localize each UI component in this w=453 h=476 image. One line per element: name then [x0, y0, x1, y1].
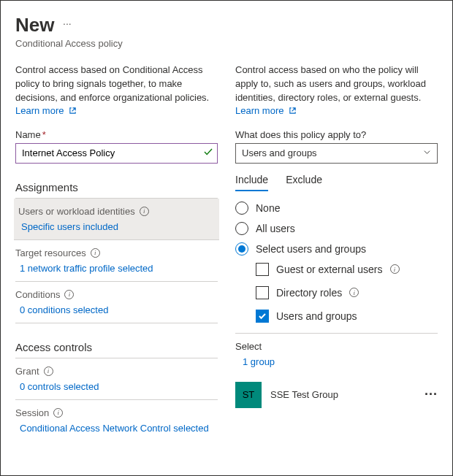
checkbox-roles-label: Directory roles: [276, 287, 342, 299]
info-icon[interactable]: i: [349, 288, 359, 297]
policy-name-input[interactable]: [15, 143, 218, 164]
assignment-target-label: Target resources: [15, 247, 86, 258]
assignment-conditions-link[interactable]: 0 conditions selected: [15, 304, 218, 315]
external-link-icon: [69, 107, 77, 115]
divider: [235, 333, 438, 334]
apply-to-value: Users and groups: [242, 147, 317, 158]
assignments-column: Control access based on Conditional Acce…: [15, 64, 218, 441]
select-groups-link[interactable]: 1 group: [235, 356, 438, 367]
assignment-conditions-item[interactable]: Conditions i 0 conditions selected: [15, 282, 218, 323]
grant-label: Grant: [15, 366, 39, 377]
selected-group-item[interactable]: ST SSE Test Group ···: [235, 379, 438, 411]
checkbox-icon: [256, 310, 269, 323]
info-icon[interactable]: i: [140, 207, 149, 216]
page-title: New: [15, 14, 54, 37]
info-icon[interactable]: i: [64, 290, 74, 299]
assignment-users-link[interactable]: Specific users included: [18, 221, 215, 232]
checkbox-users-label: Users and groups: [276, 310, 357, 322]
session-item[interactable]: Session i Conditional Access Network Con…: [15, 400, 218, 441]
external-link-icon: [289, 107, 297, 115]
learn-more-text: Learn more: [15, 105, 64, 116]
learn-more-text: Learn more: [235, 105, 283, 116]
required-asterisk: *: [42, 129, 46, 140]
tab-exclude[interactable]: Exclude: [286, 174, 322, 191]
checkbox-icon: [256, 286, 269, 299]
checkbox-icon: [256, 263, 269, 276]
grant-link[interactable]: 0 controls selected: [15, 381, 218, 392]
apply-to-select[interactable]: Users and groups: [235, 143, 438, 164]
checkbox-guest-users[interactable]: Guest or external users i: [256, 263, 438, 276]
assignment-conditions-label: Conditions: [15, 289, 60, 300]
radio-select-label: Select users and groups: [256, 243, 366, 255]
policy-description: Control access based on Conditional Acce…: [15, 64, 218, 105]
radio-all-users[interactable]: All users: [235, 222, 438, 235]
radio-icon: [235, 222, 248, 235]
checkbox-users-groups[interactable]: Users and groups: [256, 310, 438, 323]
radio-icon: [235, 201, 248, 215]
users-config-column: Control access based on who the policy w…: [235, 64, 438, 441]
info-icon[interactable]: i: [91, 248, 100, 258]
assignment-target-link[interactable]: 1 network traffic profile selected: [15, 263, 218, 274]
learn-more-link[interactable]: Learn more: [235, 105, 297, 116]
info-icon[interactable]: i: [53, 408, 63, 418]
assignment-users-label: Users or workload identities: [18, 206, 135, 217]
radio-select-users[interactable]: Select users and groups: [235, 242, 438, 256]
assignments-header: Assignments: [15, 181, 218, 199]
assignment-users-item[interactable]: Users or workload identities i Specific …: [14, 199, 219, 240]
info-icon[interactable]: i: [44, 366, 53, 376]
more-options-icon[interactable]: ···: [63, 18, 72, 29]
group-more-icon[interactable]: ···: [425, 387, 438, 402]
tab-include[interactable]: Include: [235, 174, 268, 191]
name-label: Name*: [15, 129, 218, 140]
checkbox-guest-label: Guest or external users: [276, 264, 383, 275]
users-description: Control access based on who the policy w…: [235, 64, 438, 105]
chevron-down-icon: [423, 147, 431, 158]
grant-item[interactable]: Grant i 0 controls selected: [15, 358, 218, 400]
learn-more-link[interactable]: Learn more: [15, 105, 77, 116]
assignment-target-item[interactable]: Target resources i 1 network traffic pro…: [15, 240, 218, 282]
info-icon[interactable]: i: [390, 264, 400, 274]
radio-none-label: None: [256, 202, 280, 214]
select-header: Select: [235, 341, 438, 352]
page-subtitle: Conditional Access policy: [15, 38, 438, 49]
apply-to-label: What does this policy apply to?: [235, 129, 438, 140]
group-avatar: ST: [235, 382, 262, 408]
checkbox-directory-roles[interactable]: Directory roles i: [256, 286, 438, 299]
session-label: Session: [15, 407, 49, 418]
access-controls-header: Access controls: [15, 341, 218, 358]
radio-none[interactable]: None: [235, 201, 438, 215]
radio-all-label: All users: [256, 223, 295, 234]
valid-check-icon: [203, 147, 213, 160]
radio-icon: [235, 242, 248, 256]
group-name: SSE Test Group: [270, 389, 416, 400]
session-link[interactable]: Conditional Access Network Control selec…: [15, 423, 218, 434]
